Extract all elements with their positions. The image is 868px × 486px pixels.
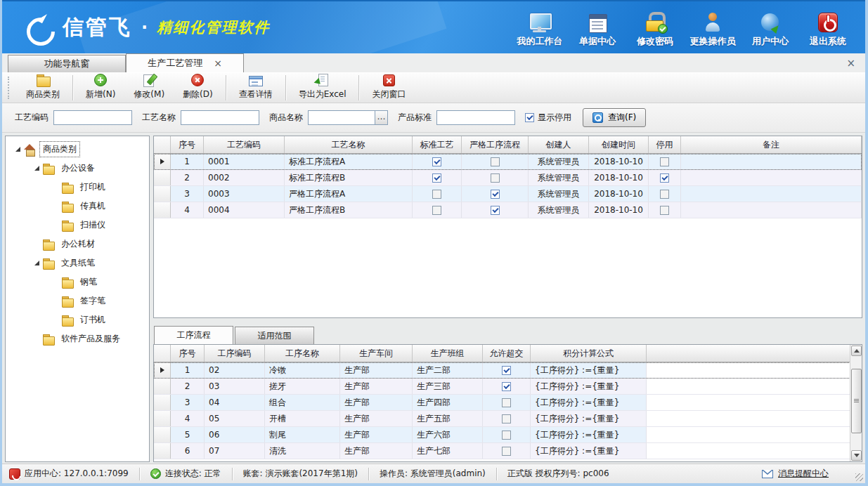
column-header[interactable]: 创建人 — [529, 136, 589, 153]
column-header[interactable]: 积分计算公式 — [531, 345, 647, 362]
column-header[interactable] — [647, 345, 862, 362]
cell-checkbox[interactable] — [432, 206, 441, 215]
nav-lock[interactable]: 修改密码 — [628, 6, 682, 49]
table-row[interactable]: 607清洗生产部生产七部{工序得分} :={重量} — [154, 443, 862, 459]
tree-node-item[interactable]: 打印机 — [6, 178, 149, 197]
show-disabled-option[interactable]: 显示停用 — [525, 112, 571, 124]
toolbar-add-button[interactable]: 新增(N) — [77, 74, 124, 102]
process-code-input[interactable] — [53, 110, 132, 125]
toolbar-closewin-button[interactable]: 关闭窗口 — [363, 74, 415, 102]
column-header[interactable]: 工艺名称 — [285, 136, 413, 153]
toolbar-edit-button[interactable]: 修改(M) — [124, 74, 174, 102]
cell-checkbox[interactable] — [502, 382, 511, 391]
table-row[interactable]: 405开槽生产部生产五部{工序得分} :={重量} — [154, 411, 862, 427]
tab-function-nav[interactable]: 功能导航窗 — [8, 55, 126, 72]
tree-node-root[interactable]: 商品类别 — [6, 140, 149, 159]
tree-node-item[interactable]: 扫描仪 — [6, 216, 149, 235]
nav-monitor[interactable]: 我的工作台 — [512, 6, 567, 49]
toolbar-drag-handle[interactable] — [8, 77, 11, 99]
tab-strip: 功能导航窗 生产工艺管理 × × — [2, 53, 865, 72]
tab-close-icon[interactable]: × — [214, 58, 222, 69]
nav-power[interactable]: 退出系统 — [801, 6, 855, 49]
cell-checkbox[interactable] — [660, 206, 669, 215]
toolbar-folder-button[interactable]: 商品类别 — [17, 74, 69, 102]
process-name-input[interactable] — [181, 110, 259, 125]
column-header[interactable]: 备注 — [681, 136, 862, 153]
tree-node-item[interactable]: 钢笔 — [6, 272, 149, 291]
product-standard-input[interactable] — [436, 110, 515, 125]
column-header[interactable]: 创建时间 — [589, 136, 649, 153]
tree-node-item[interactable]: 办公耗材 — [6, 235, 149, 254]
cell-checkbox[interactable] — [660, 157, 669, 166]
tree-node-item[interactable]: 签字笔 — [6, 291, 149, 310]
column-header[interactable]: 序号 — [171, 136, 204, 153]
tree-node-item[interactable]: 办公设备 — [6, 159, 149, 178]
resize-grip[interactable] — [855, 473, 863, 481]
table-row[interactable]: 20002标准工序流程B系统管理员2018-10-10 — [154, 170, 862, 186]
toolbar-detail-button[interactable]: 查看详情 — [230, 74, 282, 102]
table-row[interactable]: 40004严格工序流程B系统管理员2018-10-10 — [154, 202, 862, 218]
cell-checkbox[interactable] — [660, 173, 669, 183]
message-center-link[interactable]: 消息提醒中心 — [762, 468, 860, 480]
cell: {工序得分} :={重量} — [531, 443, 647, 459]
cell-checkbox[interactable] — [491, 157, 500, 166]
cell-checkbox[interactable] — [491, 190, 500, 199]
column-header[interactable]: 工艺编码 — [204, 136, 285, 153]
cell-checkbox[interactable] — [502, 431, 511, 440]
column-header[interactable]: 允许超交 — [483, 345, 531, 362]
column-header[interactable]: 严格工序流程 — [462, 136, 529, 153]
column-header[interactable]: 序号 — [171, 345, 205, 362]
tree-expander-icon[interactable] — [34, 261, 39, 265]
show-disabled-checkbox[interactable] — [525, 113, 534, 122]
product-name-input[interactable] — [308, 110, 375, 125]
tree-expander-icon[interactable] — [34, 166, 39, 171]
scroll-down-icon[interactable] — [851, 450, 862, 461]
column-header[interactable]: 工序编码 — [205, 345, 265, 362]
cell-checkbox[interactable] — [660, 190, 669, 199]
table-row[interactable]: 203搓牙生产部生产三部{工序得分} :={重量} — [154, 379, 862, 395]
cell-checkbox[interactable] — [502, 447, 511, 456]
cell-checkbox[interactable] — [491, 206, 500, 215]
table-row[interactable]: 10001标准工序流程A系统管理员2018-10-10 — [154, 154, 862, 170]
cell-checkbox[interactable] — [432, 157, 441, 166]
vertical-scrollbar[interactable] — [850, 345, 862, 461]
tree-node-item[interactable]: 订书机 — [6, 310, 149, 329]
status-text: 正式版 授权序列号: pc006 — [507, 468, 609, 480]
tree-expander-icon[interactable] — [15, 147, 20, 152]
column-header[interactable]: 生产车间 — [340, 345, 413, 362]
folder-icon — [43, 164, 54, 173]
tree-node-item[interactable]: 文具纸笔 — [6, 254, 149, 272]
nav-person[interactable]: 更换操作员 — [685, 6, 740, 49]
cell-checkbox[interactable] — [502, 414, 511, 423]
cell: 2 — [171, 170, 204, 185]
column-header[interactable]: 停用 — [649, 136, 681, 153]
nav-docs[interactable]: 单据中心 — [570, 6, 625, 49]
cell-checkbox[interactable] — [491, 173, 500, 183]
cell-checkbox[interactable] — [432, 173, 441, 183]
scrollbar-thumb[interactable] — [851, 369, 862, 433]
tab-production-process[interactable]: 生产工艺管理 × — [126, 53, 244, 72]
search-button[interactable]: 查询(F) — [583, 108, 646, 127]
column-header[interactable]: 生产班组 — [413, 345, 483, 362]
tab-process-flow[interactable]: 工序流程 — [154, 326, 233, 344]
cell-checkbox[interactable] — [432, 190, 441, 199]
tree-node-item[interactable]: 传真机 — [6, 197, 149, 216]
horizontal-splitter[interactable] — [153, 318, 862, 326]
toolbar-excel-button[interactable]: 导出为Excel — [290, 74, 356, 102]
table-row[interactable]: 102冷镦生产部生产二部{工序得分} :={重量} — [154, 362, 862, 379]
tabstrip-close-icon[interactable]: × — [846, 57, 855, 70]
table-row[interactable]: 30003严格工序流程A系统管理员2018-10-10 — [154, 186, 862, 202]
tree-node-item[interactable]: 软件产品及服务 — [6, 329, 149, 348]
cell-checkbox[interactable] — [502, 398, 511, 407]
home-icon — [24, 144, 36, 155]
cell-checkbox[interactable] — [502, 366, 511, 375]
scroll-up-icon[interactable] — [851, 346, 862, 356]
nav-globe[interactable]: 用户中心 — [743, 6, 798, 49]
product-browse-button[interactable]: … — [375, 110, 388, 125]
toolbar-delete-button[interactable]: 删除(D) — [174, 74, 222, 102]
tab-applicable-scope[interactable]: 适用范围 — [235, 327, 314, 344]
column-header[interactable]: 标准工艺 — [413, 136, 462, 153]
column-header[interactable]: 工序名称 — [265, 345, 340, 362]
table-row[interactable]: 304组合生产部生产四部{工序得分} :={重量} — [154, 395, 862, 411]
table-row[interactable]: 506割尾生产部生产六部{工序得分} :={重量} — [154, 427, 862, 443]
